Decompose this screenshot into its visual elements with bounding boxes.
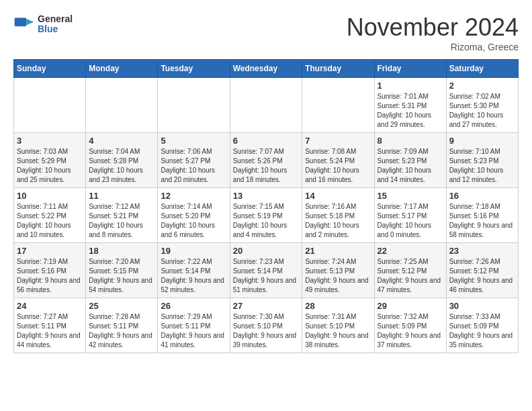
day-number: 8 bbox=[378, 136, 443, 146]
day-info: Sunrise: 7:33 AM Sunset: 5:09 PM Dayligh… bbox=[449, 312, 515, 350]
calendar-cell: 18Sunrise: 7:20 AM Sunset: 5:15 PM Dayli… bbox=[86, 243, 158, 298]
calendar-cell: 17Sunrise: 7:19 AM Sunset: 5:16 PM Dayli… bbox=[14, 243, 86, 298]
calendar-cell bbox=[86, 78, 158, 133]
weekday-header: Wednesday bbox=[230, 60, 302, 78]
weekday-header: Thursday bbox=[302, 60, 374, 78]
calendar-cell: 10Sunrise: 7:11 AM Sunset: 5:22 PM Dayli… bbox=[14, 188, 86, 243]
logo-general: General bbox=[38, 14, 73, 24]
svg-rect-0 bbox=[15, 17, 27, 26]
day-number: 1 bbox=[378, 81, 443, 91]
calendar-week-row: 3Sunrise: 7:03 AM Sunset: 5:29 PM Daylig… bbox=[14, 133, 519, 188]
day-number: 11 bbox=[89, 191, 154, 201]
page-header: General Blue November 2024 Rizoma, Greec… bbox=[13, 13, 519, 52]
day-number: 29 bbox=[378, 301, 443, 311]
day-number: 18 bbox=[89, 246, 154, 256]
calendar-cell: 28Sunrise: 7:31 AM Sunset: 5:10 PM Dayli… bbox=[302, 298, 374, 353]
day-info: Sunrise: 7:25 AM Sunset: 5:12 PM Dayligh… bbox=[378, 257, 443, 295]
calendar-week-row: 1Sunrise: 7:01 AM Sunset: 5:31 PM Daylig… bbox=[14, 78, 519, 133]
day-info: Sunrise: 7:26 AM Sunset: 5:12 PM Dayligh… bbox=[449, 257, 515, 295]
day-info: Sunrise: 7:04 AM Sunset: 5:28 PM Dayligh… bbox=[89, 147, 154, 185]
calendar-cell: 9Sunrise: 7:10 AM Sunset: 5:23 PM Daylig… bbox=[446, 133, 518, 188]
day-number: 3 bbox=[17, 136, 83, 146]
logo: General Blue bbox=[13, 13, 73, 35]
calendar-cell: 5Sunrise: 7:06 AM Sunset: 5:27 PM Daylig… bbox=[158, 133, 230, 188]
calendar-cell: 27Sunrise: 7:30 AM Sunset: 5:10 PM Dayli… bbox=[230, 298, 302, 353]
title-block: November 2024 Rizoma, Greece bbox=[347, 13, 519, 52]
day-info: Sunrise: 7:06 AM Sunset: 5:27 PM Dayligh… bbox=[161, 147, 226, 185]
calendar-cell: 12Sunrise: 7:14 AM Sunset: 5:20 PM Dayli… bbox=[158, 188, 230, 243]
day-info: Sunrise: 7:22 AM Sunset: 5:14 PM Dayligh… bbox=[161, 257, 226, 295]
calendar-cell: 24Sunrise: 7:27 AM Sunset: 5:11 PM Dayli… bbox=[14, 298, 86, 353]
day-number: 6 bbox=[233, 136, 300, 146]
day-number: 13 bbox=[233, 191, 300, 201]
day-number: 10 bbox=[17, 191, 83, 201]
calendar-cell: 19Sunrise: 7:22 AM Sunset: 5:14 PM Dayli… bbox=[158, 243, 230, 298]
calendar-cell bbox=[302, 78, 374, 133]
calendar-cell bbox=[230, 78, 302, 133]
calendar-cell: 14Sunrise: 7:16 AM Sunset: 5:18 PM Dayli… bbox=[302, 188, 374, 243]
day-info: Sunrise: 7:23 AM Sunset: 5:14 PM Dayligh… bbox=[233, 257, 300, 295]
day-info: Sunrise: 7:10 AM Sunset: 5:23 PM Dayligh… bbox=[449, 147, 515, 185]
day-number: 5 bbox=[161, 136, 226, 146]
calendar-cell: 11Sunrise: 7:12 AM Sunset: 5:21 PM Dayli… bbox=[86, 188, 158, 243]
day-number: 20 bbox=[233, 246, 300, 256]
svg-marker-1 bbox=[26, 19, 34, 26]
day-number: 17 bbox=[17, 246, 83, 256]
day-info: Sunrise: 7:11 AM Sunset: 5:22 PM Dayligh… bbox=[17, 202, 83, 240]
logo-icon bbox=[13, 13, 35, 35]
calendar-cell: 7Sunrise: 7:08 AM Sunset: 5:24 PM Daylig… bbox=[302, 133, 374, 188]
day-number: 28 bbox=[305, 301, 371, 311]
day-info: Sunrise: 7:19 AM Sunset: 5:16 PM Dayligh… bbox=[17, 257, 83, 295]
calendar-cell: 3Sunrise: 7:03 AM Sunset: 5:29 PM Daylig… bbox=[14, 133, 86, 188]
calendar-cell: 4Sunrise: 7:04 AM Sunset: 5:28 PM Daylig… bbox=[86, 133, 158, 188]
day-info: Sunrise: 7:31 AM Sunset: 5:10 PM Dayligh… bbox=[305, 312, 371, 350]
month-title: November 2024 bbox=[347, 13, 519, 42]
calendar-cell bbox=[14, 78, 86, 133]
day-info: Sunrise: 7:29 AM Sunset: 5:11 PM Dayligh… bbox=[161, 312, 226, 350]
day-number: 15 bbox=[378, 191, 443, 201]
weekday-header: Sunday bbox=[14, 60, 86, 78]
day-number: 9 bbox=[449, 136, 515, 146]
weekday-header-row: SundayMondayTuesdayWednesdayThursdayFrid… bbox=[14, 60, 519, 78]
day-number: 19 bbox=[161, 246, 226, 256]
day-info: Sunrise: 7:17 AM Sunset: 5:17 PM Dayligh… bbox=[378, 202, 443, 240]
day-number: 27 bbox=[233, 301, 300, 311]
day-number: 23 bbox=[449, 246, 515, 256]
day-info: Sunrise: 7:01 AM Sunset: 5:31 PM Dayligh… bbox=[378, 92, 443, 130]
day-info: Sunrise: 7:08 AM Sunset: 5:24 PM Dayligh… bbox=[305, 147, 371, 185]
calendar-cell: 1Sunrise: 7:01 AM Sunset: 5:31 PM Daylig… bbox=[374, 78, 446, 133]
day-number: 12 bbox=[161, 191, 226, 201]
day-number: 21 bbox=[305, 246, 371, 256]
day-number: 26 bbox=[161, 301, 226, 311]
day-number: 16 bbox=[449, 191, 515, 201]
day-number: 24 bbox=[17, 301, 83, 311]
calendar-cell: 8Sunrise: 7:09 AM Sunset: 5:23 PM Daylig… bbox=[374, 133, 446, 188]
calendar-cell: 2Sunrise: 7:02 AM Sunset: 5:30 PM Daylig… bbox=[446, 78, 518, 133]
day-info: Sunrise: 7:03 AM Sunset: 5:29 PM Dayligh… bbox=[17, 147, 83, 185]
day-number: 14 bbox=[305, 191, 371, 201]
calendar-week-row: 24Sunrise: 7:27 AM Sunset: 5:11 PM Dayli… bbox=[14, 298, 519, 353]
day-number: 25 bbox=[89, 301, 154, 311]
calendar-cell: 26Sunrise: 7:29 AM Sunset: 5:11 PM Dayli… bbox=[158, 298, 230, 353]
day-info: Sunrise: 7:18 AM Sunset: 5:16 PM Dayligh… bbox=[449, 202, 515, 240]
calendar-cell: 30Sunrise: 7:33 AM Sunset: 5:09 PM Dayli… bbox=[446, 298, 518, 353]
weekday-header: Tuesday bbox=[158, 60, 230, 78]
day-number: 30 bbox=[449, 301, 515, 311]
day-info: Sunrise: 7:32 AM Sunset: 5:09 PM Dayligh… bbox=[378, 312, 443, 350]
day-info: Sunrise: 7:09 AM Sunset: 5:23 PM Dayligh… bbox=[378, 147, 443, 185]
calendar-week-row: 10Sunrise: 7:11 AM Sunset: 5:22 PM Dayli… bbox=[14, 188, 519, 243]
weekday-header: Monday bbox=[86, 60, 158, 78]
logo-text: General Blue bbox=[38, 14, 73, 35]
calendar-cell: 25Sunrise: 7:28 AM Sunset: 5:11 PM Dayli… bbox=[86, 298, 158, 353]
calendar-cell: 29Sunrise: 7:32 AM Sunset: 5:09 PM Dayli… bbox=[374, 298, 446, 353]
calendar-table: SundayMondayTuesdayWednesdayThursdayFrid… bbox=[13, 59, 519, 353]
day-info: Sunrise: 7:20 AM Sunset: 5:15 PM Dayligh… bbox=[89, 257, 154, 295]
calendar-cell: 15Sunrise: 7:17 AM Sunset: 5:17 PM Dayli… bbox=[374, 188, 446, 243]
weekday-header: Saturday bbox=[446, 60, 518, 78]
day-info: Sunrise: 7:24 AM Sunset: 5:13 PM Dayligh… bbox=[305, 257, 371, 295]
day-info: Sunrise: 7:16 AM Sunset: 5:18 PM Dayligh… bbox=[305, 202, 371, 240]
day-number: 22 bbox=[378, 246, 443, 256]
day-info: Sunrise: 7:07 AM Sunset: 5:26 PM Dayligh… bbox=[233, 147, 300, 185]
day-info: Sunrise: 7:12 AM Sunset: 5:21 PM Dayligh… bbox=[89, 202, 154, 240]
day-number: 4 bbox=[89, 136, 154, 146]
